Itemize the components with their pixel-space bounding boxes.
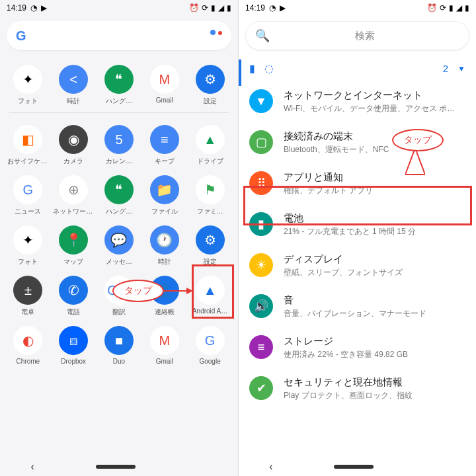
wifi-icon: ◢	[456, 3, 462, 13]
home-pill[interactable]	[334, 465, 374, 469]
settings-subtitle: Play プロテクト、画面ロック、指紋	[284, 390, 413, 401]
app-label: 時計	[67, 97, 80, 106]
chevron-down-icon: ▼	[457, 64, 465, 73]
app-label: ネットワークフ…	[53, 207, 94, 216]
app-Duo[interactable]: ■Duo	[97, 321, 142, 369]
app-ニュース[interactable]: Gニュース	[5, 170, 51, 220]
app-label: ファミ…	[197, 207, 223, 216]
settings-title: アプリと通知	[284, 171, 373, 184]
app-Gmail[interactable]: MGmail	[141, 321, 187, 369]
settings-item-ネットワークとインターネット[interactable]: ▼ネットワークとインターネットWi-Fi、モバイル、データ使用量、アクセス ポ…	[239, 81, 476, 122]
app-label: おサイフケータイ	[7, 157, 48, 166]
settings-title: ディスプレイ	[284, 253, 403, 266]
settings-item-ストレージ[interactable]: ≡ストレージ使用済み 22% - 空き容量 49.82 GB	[239, 327, 476, 368]
app-icon: M	[150, 65, 179, 94]
back-button[interactable]: ‹	[30, 461, 34, 473]
annotation-highlight-box	[243, 186, 472, 225]
app-icon: ◉	[59, 125, 88, 154]
annotation-highlight-box	[192, 264, 234, 319]
app-icon: 5	[104, 125, 134, 154]
settings-icon: ☀	[249, 253, 273, 277]
app-フォト[interactable]: ✦フォト	[5, 60, 51, 110]
app-icon: ≡	[150, 125, 179, 154]
app-label: カメラ	[63, 157, 83, 166]
app-label: カレン…	[106, 157, 132, 166]
settings-subtitle: 使用済み 22% - 空き容量 49.82 GB	[284, 349, 408, 360]
wifi-icon: ◢	[218, 3, 224, 13]
app-Gmail[interactable]: MGmail	[141, 60, 187, 110]
location-icon: ◔	[30, 3, 37, 13]
settings-item-セキュリティと現在地情報[interactable]: ✔セキュリティと現在地情報Play プロテクト、画面ロック、指紋	[239, 368, 476, 409]
suggestions-row[interactable]: ▮ ◌ 2 ▼	[239, 56, 476, 81]
app-おサイフケータイ[interactable]: ◧おサイフケータイ	[5, 120, 51, 170]
app-label: 電卓	[21, 307, 34, 317]
app-ファイル[interactable]: 📁ファイル	[141, 170, 187, 220]
app-ファミ…[interactable]: ⚑ファミ…	[187, 170, 233, 220]
app-icon: ⚑	[196, 175, 225, 204]
app-label: 設定	[204, 97, 217, 106]
app-Dropbox[interactable]: ⧈Dropbox	[51, 321, 97, 369]
app-カレン…[interactable]: 5カレン…	[97, 120, 142, 170]
app-時計[interactable]: 🕐時計	[141, 220, 187, 270]
settings-text: 音音量、バイブレーション、マナーモード	[284, 294, 426, 319]
app-キープ[interactable]: ≡キープ	[141, 120, 187, 170]
settings-icon: 🔊	[249, 294, 273, 318]
app-カメラ[interactable]: ◉カメラ	[51, 120, 97, 170]
app-メッセ…[interactable]: 💬メッセ…	[97, 220, 142, 270]
settings-text: 接続済みの端末Bluetooth、運転モード、NFC	[284, 130, 389, 155]
app-icon: ■	[104, 326, 134, 355]
assistant-icon[interactable]	[210, 30, 222, 42]
app-電卓[interactable]: ±電卓	[5, 270, 51, 321]
app-Google[interactable]: GGoogle	[187, 321, 233, 369]
app-label: マップ	[63, 257, 83, 266]
app-row-suggested: ✦フォト<時計❝ハング…MGmail⚙設定	[0, 56, 238, 110]
app-ハング…[interactable]: ❝ハング…	[97, 60, 142, 110]
google-search-bar[interactable]: G	[7, 21, 231, 50]
app-label: ファイル	[151, 207, 178, 216]
settings-icon: ▢	[249, 130, 273, 154]
app-icon: 📍	[59, 225, 88, 255]
app-label: Gmail	[156, 358, 173, 365]
settings-search-bar[interactable]: 🔍 検索	[245, 21, 469, 50]
app-drawer-screen: 14:19 ◔ ▶ ⏰ ⟳ ▮ ◢ ▮ G ✦フォト<時計❝ハング…MGmail…	[0, 0, 238, 476]
location-icon: ◔	[269, 3, 276, 13]
settings-title: セキュリティと現在地情報	[284, 376, 413, 389]
settings-screen: 14:19 ◔ ▶ ⏰ ⟳ ▮ ◢ ▮ 🔍 検索 ▮ ◌ 2 ▼ ▼ネットワーク…	[238, 0, 476, 476]
sync-icon: ⟳	[440, 3, 446, 13]
svg-marker-1	[186, 288, 193, 294]
app-label: Dropbox	[61, 358, 86, 365]
settings-item-ディスプレイ[interactable]: ☀ディスプレイ壁紙、スリープ、フォントサイズ	[239, 245, 476, 286]
settings-subtitle: 壁紙、スリープ、フォントサイズ	[284, 267, 403, 278]
app-ネットワークフ…[interactable]: ⊕ネットワークフ…	[51, 170, 97, 220]
nav-bar: ‹	[239, 457, 476, 476]
app-icon: ⚙	[196, 225, 225, 255]
scroll-indicator	[239, 60, 241, 86]
search-placeholder: 検索	[270, 30, 459, 42]
app-label: 連絡帳	[155, 307, 175, 317]
app-電話[interactable]: ✆電話	[51, 270, 97, 321]
suggestion-count: 2	[443, 63, 448, 74]
settings-subtitle: Bluetooth、運転モード、NFC	[284, 144, 389, 155]
app-label: フォト	[18, 97, 38, 106]
app-Chrome[interactable]: ◐Chrome	[5, 321, 51, 369]
settings-subtitle: Wi-Fi、モバイル、データ使用量、アクセス ポ…	[284, 103, 455, 114]
back-button[interactable]: ‹	[269, 461, 272, 473]
settings-item-音[interactable]: 🔊音音量、バイブレーション、マナーモード	[239, 286, 476, 327]
app-icon: <	[59, 65, 88, 94]
app-マップ[interactable]: 📍マップ	[51, 220, 97, 270]
settings-title: 音	[284, 294, 426, 307]
home-pill[interactable]	[96, 465, 136, 469]
settings-text: ストレージ使用済み 22% - 空き容量 49.82 GB	[284, 335, 408, 360]
app-ハング…[interactable]: ❝ハング…	[97, 170, 142, 220]
app-icon: ◧	[13, 125, 42, 154]
app-label: ハング…	[106, 97, 132, 106]
nav-bar: ‹	[0, 457, 238, 476]
app-ドライブ[interactable]: ▲ドライブ	[187, 120, 233, 170]
app-フォト[interactable]: ✦フォト	[5, 220, 51, 270]
app-設定[interactable]: ⚙設定	[187, 60, 233, 110]
app-label: Chrome	[17, 358, 40, 365]
app-label: ハング…	[106, 207, 132, 216]
app-時計[interactable]: <時計	[51, 60, 97, 110]
app-icon: ⧈	[59, 326, 88, 355]
app-設定[interactable]: ⚙設定	[187, 220, 233, 270]
